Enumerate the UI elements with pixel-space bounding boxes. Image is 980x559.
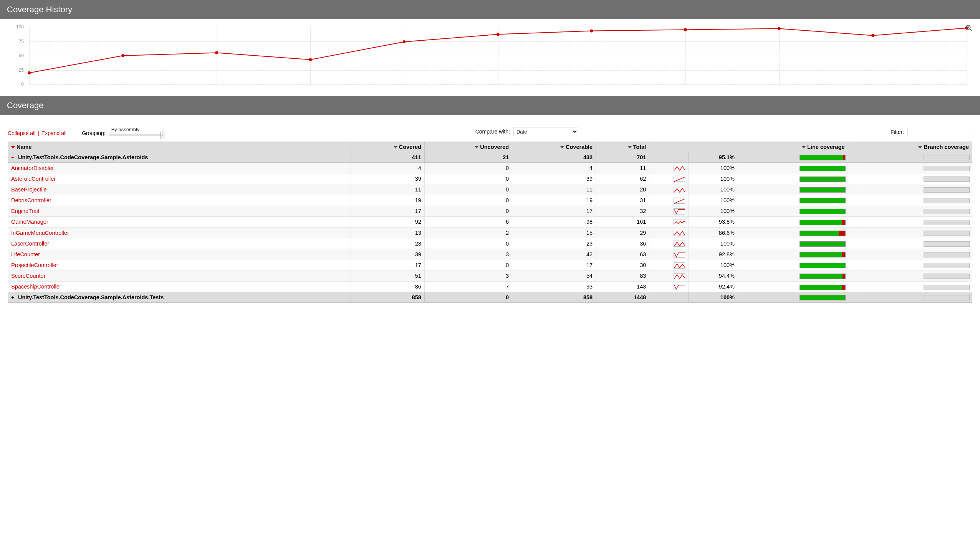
sort-arrow-icon <box>918 146 922 149</box>
branch-bar-cell <box>862 174 972 184</box>
branch-bar <box>924 166 970 171</box>
collapse-all-link[interactable]: Collapse all <box>8 130 35 136</box>
compare-select[interactable]: Date <box>513 127 578 136</box>
spark-cell <box>649 206 688 217</box>
branch-bar-cell <box>862 195 972 206</box>
cov-bar-cell <box>738 228 848 238</box>
class-link[interactable]: GameManager <box>11 219 48 225</box>
branch-bar <box>924 241 970 247</box>
branch-bar <box>924 220 970 225</box>
total-cell: 143 <box>596 281 649 292</box>
spark-cell <box>649 184 688 195</box>
covered-cell: 17 <box>351 206 425 217</box>
col-name[interactable]: Name <box>8 142 351 152</box>
filter-input[interactable] <box>907 128 972 136</box>
uncovered-cell: 0 <box>425 238 512 249</box>
svg-point-12 <box>778 27 781 30</box>
grouping-mode-label: By assembly <box>111 127 140 132</box>
col-line-coverage[interactable]: Line coverage <box>649 142 848 152</box>
history-chart: 100 75 50 25 0 <box>29 27 967 84</box>
class-link[interactable]: EngineTrail <box>11 208 39 214</box>
branch-bar-cell <box>862 163 972 174</box>
coverage-bar <box>799 198 846 203</box>
pct-cell: 92.8% <box>688 249 738 260</box>
total-cell: 30 <box>596 260 649 271</box>
branch-bar <box>924 231 970 236</box>
covered-cell: 11 <box>351 184 425 195</box>
class-link[interactable]: ProjectileController <box>11 262 58 268</box>
pct-cell: 100% <box>688 292 738 303</box>
history-chart-container: 100 75 50 25 0 <box>0 19 980 96</box>
svg-point-8 <box>403 40 406 43</box>
class-link[interactable]: BaseProjectile <box>11 187 47 193</box>
sparkline <box>673 252 685 258</box>
uncovered-cell: 0 <box>425 292 512 303</box>
class-link[interactable]: LaserController <box>11 241 49 247</box>
coverable-cell: 15 <box>512 228 596 238</box>
expand-icon[interactable]: + <box>11 294 17 300</box>
pct-cell: 92.4% <box>688 281 738 292</box>
col-covered[interactable]: Covered <box>351 142 425 152</box>
class-link[interactable]: SpaceshipController <box>11 283 61 289</box>
col-coverable[interactable]: Coverable <box>512 142 596 152</box>
pct-cell: 86.6% <box>688 228 738 238</box>
coverable-cell: 54 <box>512 271 596 281</box>
sort-arrow-icon <box>802 146 806 149</box>
class-link[interactable]: DebrisController <box>11 197 51 203</box>
branch-bar <box>924 295 970 300</box>
col-total[interactable]: Total <box>596 142 649 152</box>
assembly-row[interactable]: +Unity.TestTools.CodeCoverage.Sample.Ast… <box>8 292 972 303</box>
uncovered-cell: 7 <box>425 281 512 292</box>
covered-cell: 39 <box>351 174 425 184</box>
cov-bar-cell <box>738 206 848 217</box>
uncovered-cell: 6 <box>425 217 512 227</box>
col-branch-coverage[interactable]: Branch coverage <box>848 142 972 152</box>
branch-bar-cell <box>862 228 972 238</box>
spark-cell <box>649 217 688 227</box>
grouping-slider[interactable] <box>109 134 163 136</box>
sparkline <box>673 176 685 182</box>
class-link[interactable]: LifeCounter <box>11 251 40 258</box>
cov-bar-cell <box>738 217 848 227</box>
class-row: GameManager9269816193.8% <box>8 217 972 227</box>
branch-pct-cell <box>848 174 862 184</box>
coverage-bar <box>799 220 846 225</box>
branch-pct-cell <box>848 249 862 260</box>
branch-bar-cell <box>862 292 972 303</box>
svg-point-10 <box>590 30 593 33</box>
sort-arrow-icon <box>394 146 398 149</box>
svg-point-5 <box>121 54 124 57</box>
assembly-row[interactable]: −Unity.TestTools.CodeCoverage.Sample.Ast… <box>8 152 972 163</box>
total-cell: 36 <box>596 238 649 249</box>
assembly-name: Unity.TestTools.CodeCoverage.Sample.Aste… <box>18 294 164 300</box>
total-cell: 31 <box>596 195 649 206</box>
sparkline <box>673 219 685 225</box>
class-link[interactable]: AnimatorDisabler <box>11 165 54 171</box>
pct-cell: 100% <box>688 184 738 195</box>
col-uncovered[interactable]: Uncovered <box>425 142 512 152</box>
branch-bar <box>924 177 970 182</box>
collapse-icon[interactable]: − <box>11 154 17 160</box>
class-link[interactable]: InGameMenuController <box>11 230 69 236</box>
pct-cell: 100% <box>688 238 738 249</box>
class-link[interactable]: ScoreCounter <box>11 273 45 279</box>
class-row: SpaceshipController8679314392.4% <box>8 281 972 292</box>
coverage-title: Coverage <box>7 101 43 110</box>
branch-pct-cell <box>848 281 862 292</box>
sparkline <box>673 165 685 171</box>
filter-label: Filter: <box>890 129 904 135</box>
class-link[interactable]: AsteroidController <box>11 176 56 182</box>
cov-bar-cell <box>738 260 848 271</box>
expand-all-link[interactable]: Expand all <box>41 130 66 136</box>
total-cell: 161 <box>596 217 649 227</box>
svg-line-1 <box>970 29 972 31</box>
branch-pct-cell <box>848 217 862 227</box>
coverable-cell: 23 <box>512 238 596 249</box>
coverable-cell: 98 <box>512 217 596 227</box>
grouping-label: Grouping: <box>82 130 105 136</box>
spark-cell <box>649 152 688 163</box>
controls-row: Collapse all | Expand all Grouping: By a… <box>0 115 980 139</box>
plot-region <box>29 27 967 84</box>
coverage-bar <box>799 252 846 258</box>
slider-thumb[interactable] <box>161 132 164 139</box>
